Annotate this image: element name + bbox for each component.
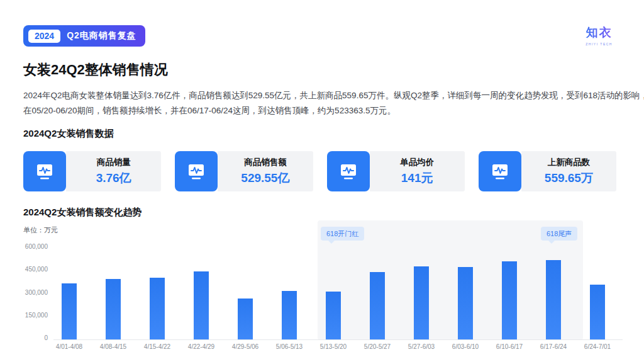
- brand-logo-text: 知衣: [586, 25, 613, 41]
- brand-logo-subtext: ZHIYI TECH: [586, 42, 613, 46]
- summary-line-2: 在05/20-06/20期间，销售额持续增长，并在06/17-06/24这周，到…: [23, 103, 644, 118]
- bar: [282, 291, 297, 339]
- bar: [546, 260, 561, 339]
- bar: [106, 279, 121, 339]
- kpi-card: 商品销量 3.76亿: [23, 151, 161, 191]
- kpi-value: 141元: [401, 170, 433, 186]
- bar: [326, 292, 341, 339]
- y-axis-tick: 450,000: [13, 266, 48, 273]
- x-axis-label: 4/22-4/29: [179, 343, 223, 350]
- kpi-body: 上新商品数 559.65万: [521, 151, 616, 191]
- annotation-callout: 618尾声: [541, 227, 577, 241]
- report-page: 2024 Q2电商销售复盘 知衣 ZHIYI TECH 女装24Q2整体销售情况…: [0, 0, 644, 364]
- monitor-chart-icon: [479, 151, 521, 191]
- kpi-card: 单品均价 141元: [327, 151, 465, 191]
- x-axis-label: 4/29-5/06: [223, 343, 267, 350]
- kpi-body: 商品销量 3.76亿: [66, 151, 161, 191]
- x-axis-label: 4/15-4/22: [135, 343, 179, 350]
- bar: [238, 299, 253, 339]
- kpi-label: 商品销量: [97, 157, 131, 168]
- x-axis-label: 6/17-6/24: [531, 343, 575, 350]
- kpi-value: 3.76亿: [96, 170, 131, 186]
- x-axis-label: 5/27-6/03: [399, 343, 443, 350]
- x-axis-label: 6/24-7/01: [575, 343, 619, 350]
- annotation-callout: 618开门红: [321, 227, 364, 241]
- monitor-chart-icon: [327, 151, 370, 191]
- x-axis-line: [53, 339, 623, 340]
- kpi-section-title: 2024Q2女装销售数据: [23, 128, 113, 140]
- kpi-value: 559.65万: [545, 170, 593, 186]
- bar: [62, 283, 77, 339]
- x-axis-label: 5/13-5/20: [311, 343, 355, 350]
- bar: [458, 267, 473, 339]
- monitor-chart-icon: [23, 151, 66, 191]
- badge-title: Q2电商销售复盘: [67, 30, 136, 42]
- bar: [370, 272, 385, 339]
- bar: [590, 285, 605, 339]
- kpi-card: 上新商品数 559.65万: [479, 151, 616, 191]
- x-axis-label: 5/20-5/27: [355, 343, 399, 350]
- kpi-body: 单品均价 141元: [370, 151, 465, 191]
- y-axis-tick: 600,000: [13, 244, 48, 250]
- x-axis-label: 6/10-6/17: [487, 343, 531, 350]
- monitor-chart-icon: [175, 151, 218, 191]
- bar: [414, 266, 429, 339]
- bar: [150, 278, 165, 339]
- kpi-label: 商品销售额: [244, 157, 287, 168]
- bar: [502, 261, 517, 339]
- kpi-label: 单品均价: [400, 157, 434, 168]
- x-axis-label: 5/06-5/13: [267, 343, 311, 350]
- report-badge: 2024 Q2电商销售复盘: [23, 25, 145, 47]
- trend-chart: 单位：万元 0150,000300,000450,000600,0004/01-…: [0, 214, 644, 364]
- kpi-label: 上新商品数: [548, 157, 591, 168]
- kpi-card: 商品销售额 529.55亿: [175, 151, 313, 191]
- x-axis-label: 6/03-6/10: [443, 343, 487, 350]
- kpi-body: 商品销售额 529.55亿: [218, 151, 313, 191]
- summary-line-1: 2024年Q2电商女装整体销量达到3.76亿件，商品销售额达到529.55亿元，…: [23, 88, 644, 103]
- kpi-value: 529.55亿: [241, 170, 289, 186]
- y-axis-tick: 150,000: [13, 312, 48, 319]
- y-axis-tick: 0: [13, 335, 48, 341]
- summary-paragraph: 2024年Q2电商女装整体销量达到3.76亿件，商品销售额达到529.55亿元，…: [23, 88, 644, 118]
- y-axis-tick: 300,000: [13, 290, 48, 296]
- page-title: 女装24Q2整体销售情况: [23, 60, 168, 79]
- x-axis-label: 4/01-4/08: [47, 343, 91, 350]
- brand-logo: 知衣 ZHIYI TECH: [586, 25, 613, 46]
- chart-unit-label: 单位：万元: [23, 225, 58, 235]
- x-axis-label: 4/08-4/15: [91, 343, 135, 350]
- kpi-cards: 商品销量 3.76亿 商品销售额 529.55亿 单品均价 141元: [23, 151, 616, 191]
- badge-year: 2024: [28, 30, 60, 43]
- bar: [194, 271, 209, 339]
